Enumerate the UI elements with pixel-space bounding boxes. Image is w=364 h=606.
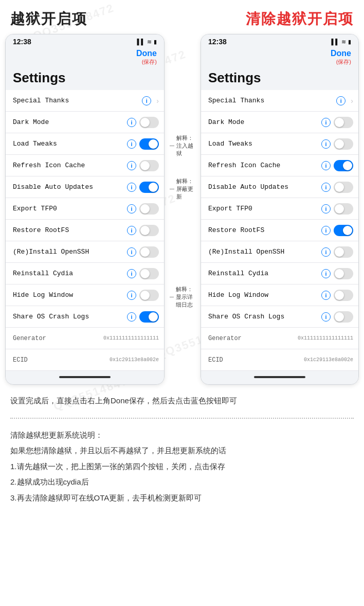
toggle-refresh-cache-left[interactable] bbox=[139, 160, 159, 171]
update-line-4: 3.再去清除越狱即可在线OTA更新，去手机检测更新即可 bbox=[10, 491, 354, 506]
annotation-column: 解释：注入越狱 解释：屏蔽更新 解释：显示详细日志 bbox=[170, 34, 195, 385]
chevron-right-icon: › bbox=[351, 97, 353, 105]
list-item: Disable Auto Updates i bbox=[6, 176, 164, 198]
info-icon[interactable]: i bbox=[321, 269, 331, 278]
done-bar-right: Done (保存) bbox=[201, 48, 358, 68]
info-icon[interactable]: i bbox=[127, 247, 136, 257]
annotation-crash-logs: 解释：显示详细日志 bbox=[170, 286, 195, 308]
home-indicator-right bbox=[201, 371, 358, 384]
list-item: Generator 0x1111111111111111 bbox=[201, 328, 358, 349]
list-item: ECID 0x1c29113e8a002e bbox=[201, 349, 358, 371]
list-item: (Re)Install OpenSSH i bbox=[6, 241, 164, 263]
update-section: 清除越狱想更新系统说明： 如果您想清除越狱，并且以后不再越狱了，并且想更新系统的… bbox=[0, 423, 364, 517]
info-icon[interactable]: i bbox=[321, 118, 331, 127]
toggle-openssh-left[interactable] bbox=[139, 246, 159, 258]
info-icon[interactable]: i bbox=[127, 161, 136, 170]
list-item: Refresh Icon Cache i bbox=[6, 155, 164, 176]
toggle-hide-log-right[interactable] bbox=[334, 290, 353, 301]
settings-title-right: Settings bbox=[201, 68, 358, 90]
toggle-load-tweaks-left[interactable] bbox=[139, 138, 159, 150]
done-bar-left: Done (保存) bbox=[6, 48, 164, 68]
list-item: Special Thanks i › bbox=[201, 90, 358, 112]
toggle-disable-updates-left[interactable] bbox=[139, 182, 159, 193]
toggle-crash-logs-right[interactable] bbox=[334, 311, 353, 323]
toggle-dark-mode-right[interactable] bbox=[334, 117, 353, 128]
toggle-cydia-right[interactable] bbox=[334, 268, 353, 279]
list-item: (Re)Install OpenSSH i bbox=[201, 241, 358, 263]
toggle-cydia-left[interactable] bbox=[139, 268, 159, 279]
info-icon[interactable]: i bbox=[321, 161, 331, 170]
list-item: Restore RootFS i bbox=[201, 220, 358, 241]
done-button-right[interactable]: Done (保存) bbox=[331, 49, 351, 66]
info-icon[interactable]: i bbox=[127, 204, 136, 213]
status-bar-left: 12:38 ▌▌ ≋ ▮ bbox=[6, 34, 164, 48]
home-indicator-left bbox=[6, 371, 164, 384]
signal-icons-left: ▌▌ ≋ ▮ bbox=[137, 39, 157, 45]
toggle-crash-logs-left[interactable] bbox=[139, 311, 159, 323]
info-icon[interactable]: i bbox=[127, 139, 136, 149]
done-button-left[interactable]: Done (保存) bbox=[136, 49, 157, 66]
update-line-1: 如果您想清除越狱，并且以后不再越狱了，并且想更新系统的话 bbox=[10, 443, 354, 458]
page-content: 越狱开启项 清除越狱开启项 12:38 ▌▌ ≋ ▮ Done (保存) Set… bbox=[0, 0, 364, 516]
toggle-load-tweaks-right[interactable] bbox=[334, 138, 353, 150]
list-item: Generator 0x1111111111111111 bbox=[6, 328, 164, 349]
toggle-hide-log-left[interactable] bbox=[139, 290, 159, 301]
list-item: Dark Mode i bbox=[201, 112, 358, 133]
section-divider bbox=[10, 418, 354, 419]
info-icon[interactable]: i bbox=[127, 269, 136, 278]
toggle-refresh-cache-right[interactable] bbox=[334, 160, 353, 171]
toggle-disable-updates-right[interactable] bbox=[334, 182, 353, 193]
update-title: 清除越狱想更新系统说明： bbox=[10, 428, 354, 443]
instructions-section: 设置完成后，直接点击右上角Done保存，然后去点击蓝色按钮即可 bbox=[0, 385, 364, 414]
info-icon[interactable]: i bbox=[127, 291, 136, 300]
info-icon[interactable]: i bbox=[142, 96, 151, 105]
annotation-load-tweaks: 解释：注入越狱 bbox=[170, 135, 195, 156]
time-left: 12:38 bbox=[13, 38, 31, 46]
list-item: Load Tweaks i bbox=[201, 133, 358, 155]
settings-list-right: Special Thanks i › Dark Mode i Load Twea… bbox=[201, 90, 358, 371]
phones-row: 12:38 ▌▌ ≋ ▮ Done (保存) Settings Special … bbox=[0, 34, 364, 385]
info-icon[interactable]: i bbox=[321, 204, 331, 213]
list-item: Hide Log Window i bbox=[6, 284, 164, 306]
toggle-dark-mode-left[interactable] bbox=[139, 117, 159, 128]
list-item: Share OS Crash Logs i bbox=[6, 306, 164, 328]
toggle-restore-rootfs-left[interactable] bbox=[139, 225, 159, 236]
info-icon[interactable]: i bbox=[321, 226, 331, 235]
list-item: Hide Log Window i bbox=[201, 284, 358, 306]
list-item: Refresh Icon Cache i bbox=[201, 155, 358, 176]
info-icon[interactable]: i bbox=[336, 96, 345, 105]
instruction-text: 设置完成后，直接点击右上角Done保存，然后去点击蓝色按钮即可 bbox=[10, 394, 354, 407]
info-icon[interactable]: i bbox=[127, 312, 136, 322]
time-right: 12:38 bbox=[208, 38, 227, 46]
list-item: Reinstall Cydia i bbox=[201, 263, 358, 284]
list-item: Export TFP0 i bbox=[6, 198, 164, 220]
info-icon[interactable]: i bbox=[127, 183, 136, 192]
info-icon[interactable]: i bbox=[321, 312, 331, 322]
info-icon[interactable]: i bbox=[321, 183, 331, 192]
list-item: ECID 0x1c29113e8a002e bbox=[6, 349, 164, 371]
left-phone: 12:38 ▌▌ ≋ ▮ Done (保存) Settings Special … bbox=[5, 34, 165, 385]
info-icon[interactable]: i bbox=[321, 291, 331, 300]
signal-icons-right: ▌▌ ≋ ▮ bbox=[331, 39, 351, 45]
toggle-openssh-right[interactable] bbox=[334, 246, 353, 258]
settings-list-left: Special Thanks i › Dark Mode i Load Twea… bbox=[6, 90, 164, 371]
info-icon[interactable]: i bbox=[127, 226, 136, 235]
chevron-right-icon: › bbox=[156, 97, 159, 105]
title-right: 清除越狱开启项 bbox=[246, 9, 354, 29]
info-icon[interactable]: i bbox=[321, 139, 331, 149]
toggle-export-tfp0-left[interactable] bbox=[139, 203, 159, 215]
info-icon[interactable]: i bbox=[127, 118, 136, 127]
toggle-export-tfp0-right[interactable] bbox=[334, 203, 353, 215]
title-left: 越狱开启项 bbox=[10, 9, 87, 29]
annotation-disable-updates: 解释：屏蔽更新 bbox=[170, 178, 195, 200]
list-item: Export TFP0 i bbox=[201, 198, 358, 220]
list-item: Restore RootFS i bbox=[6, 220, 164, 241]
toggle-restore-rootfs-right[interactable] bbox=[334, 225, 353, 236]
right-phone: 12:38 ▌▌ ≋ ▮ Done (保存) Settings Special … bbox=[201, 34, 359, 385]
list-item: Share OS Crash Logs i bbox=[201, 306, 358, 328]
update-line-3: 2.越狱成功出现cydia后 bbox=[10, 475, 354, 490]
info-icon[interactable]: i bbox=[321, 247, 331, 257]
list-item: Dark Mode i bbox=[6, 112, 164, 133]
settings-title-left: Settings bbox=[6, 68, 164, 90]
status-bar-right: 12:38 ▌▌ ≋ ▮ bbox=[201, 34, 358, 48]
